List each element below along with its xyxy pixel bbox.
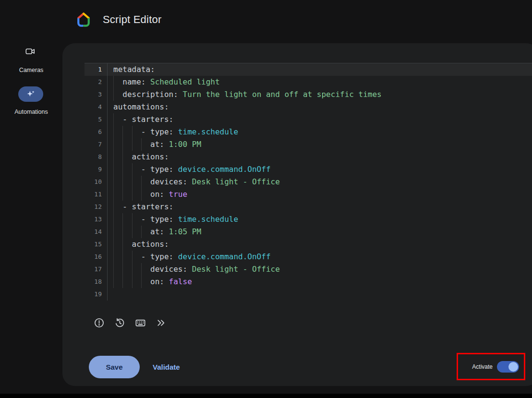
- activate-highlight-annotation: Activate: [457, 353, 525, 380]
- code-text: automations:: [107, 101, 532, 113]
- sparkle-icon: [26, 89, 36, 99]
- line-number: 2: [85, 76, 107, 88]
- line-number: 19: [85, 288, 107, 301]
- code-line[interactable]: 19: [85, 288, 532, 301]
- line-number: 8: [85, 151, 107, 163]
- keyboard-button[interactable]: [134, 317, 146, 328]
- code-lines: 1metadata:2 name: Scheduled light3 descr…: [85, 63, 532, 301]
- save-button[interactable]: Save: [89, 356, 140, 378]
- automations-active-pill[interactable]: [18, 86, 43, 102]
- code-text: at: 1:00 PM: [107, 138, 532, 151]
- sidebar-item-label: Automations: [0, 109, 62, 115]
- code-line[interactable]: 4automations:: [85, 101, 532, 113]
- keyboard-icon: [135, 317, 146, 328]
- code-line[interactable]: 17 devices: Desk light - Office: [85, 263, 532, 276]
- google-home-logo-icon[interactable]: [76, 12, 91, 27]
- code-text: on: false: [107, 276, 532, 288]
- code-line[interactable]: 10 devices: Desk light - Office: [85, 176, 532, 188]
- code-text: - starters:: [107, 201, 532, 213]
- code-text: metadata:: [107, 63, 532, 76]
- code-text: - type: time.schedule: [107, 213, 532, 226]
- code-text: name: Scheduled light: [107, 76, 532, 88]
- line-number: 4: [85, 101, 107, 113]
- activate-toggle[interactable]: [497, 361, 519, 373]
- line-number: 12: [85, 201, 107, 213]
- page-title: Script Editor: [103, 13, 161, 26]
- code-line[interactable]: 5 - starters:: [85, 113, 532, 126]
- problems-button[interactable]: [93, 317, 105, 328]
- line-number: 11: [85, 188, 107, 201]
- code-text: - type: device.command.OnOff: [107, 251, 532, 263]
- line-number: 17: [85, 263, 107, 276]
- line-number: 14: [85, 226, 107, 238]
- line-number: 13: [85, 213, 107, 226]
- line-number: 3: [85, 88, 107, 101]
- activate-label: Activate: [472, 363, 493, 370]
- editor-toolbar: [93, 317, 167, 328]
- code-line[interactable]: 7 at: 1:00 PM: [85, 138, 532, 151]
- code-line[interactable]: 16 - type: device.command.OnOff: [85, 251, 532, 263]
- videocam-icon: [25, 46, 36, 57]
- line-number: 6: [85, 126, 107, 138]
- code-line[interactable]: 13 - type: time.schedule: [85, 213, 532, 226]
- line-number: 16: [85, 251, 107, 263]
- sidebar-item-label: Cameras: [0, 67, 62, 73]
- script-editor-page: Script Editor Cameras Automations 1metad…: [0, 0, 532, 398]
- history-button[interactable]: [114, 317, 125, 328]
- code-line[interactable]: 11 on: true: [85, 188, 532, 201]
- code-text: devices: Desk light - Office: [107, 263, 532, 276]
- code-line[interactable]: 14 at: 1:05 PM: [85, 226, 532, 238]
- code-line[interactable]: 9 - type: device.command.OnOff: [85, 163, 532, 176]
- double-chevron-right-icon: [156, 317, 167, 328]
- history-icon: [114, 317, 125, 328]
- code-text: on: true: [107, 188, 532, 201]
- code-text: description: Turn the light on and off a…: [107, 88, 532, 101]
- code-text: - starters:: [107, 113, 532, 126]
- expand-button[interactable]: [155, 317, 167, 328]
- code-text: - type: device.command.OnOff: [107, 163, 532, 176]
- code-editor[interactable]: 1metadata:2 name: Scheduled light3 descr…: [85, 63, 532, 301]
- code-line[interactable]: 18 on: false: [85, 276, 532, 288]
- line-number: 15: [85, 238, 107, 251]
- bottom-bar: [0, 394, 532, 398]
- line-number: 18: [85, 276, 107, 288]
- line-number: 9: [85, 163, 107, 176]
- code-line[interactable]: 15 actions:: [85, 238, 532, 251]
- problems-icon: [94, 317, 105, 328]
- line-number: 7: [85, 138, 107, 151]
- code-line[interactable]: 1metadata:: [85, 63, 532, 76]
- code-line[interactable]: 6 - type: time.schedule: [85, 126, 532, 138]
- line-number: 1: [85, 63, 107, 76]
- code-line[interactable]: 2 name: Scheduled light: [85, 76, 532, 88]
- code-text: actions:: [107, 238, 532, 251]
- code-text: [107, 288, 532, 301]
- code-line[interactable]: 3 description: Turn the light on and off…: [85, 88, 532, 101]
- line-number: 10: [85, 176, 107, 188]
- toggle-knob: [508, 362, 518, 372]
- code-text: devices: Desk light - Office: [107, 176, 532, 188]
- code-line[interactable]: 8 actions:: [85, 151, 532, 163]
- code-line[interactable]: 12 - starters:: [85, 201, 532, 213]
- code-text: actions:: [107, 151, 532, 163]
- code-text: at: 1:05 PM: [107, 226, 532, 238]
- code-text: - type: time.schedule: [107, 126, 532, 138]
- line-number: 5: [85, 113, 107, 126]
- validate-button[interactable]: Validate: [153, 356, 180, 378]
